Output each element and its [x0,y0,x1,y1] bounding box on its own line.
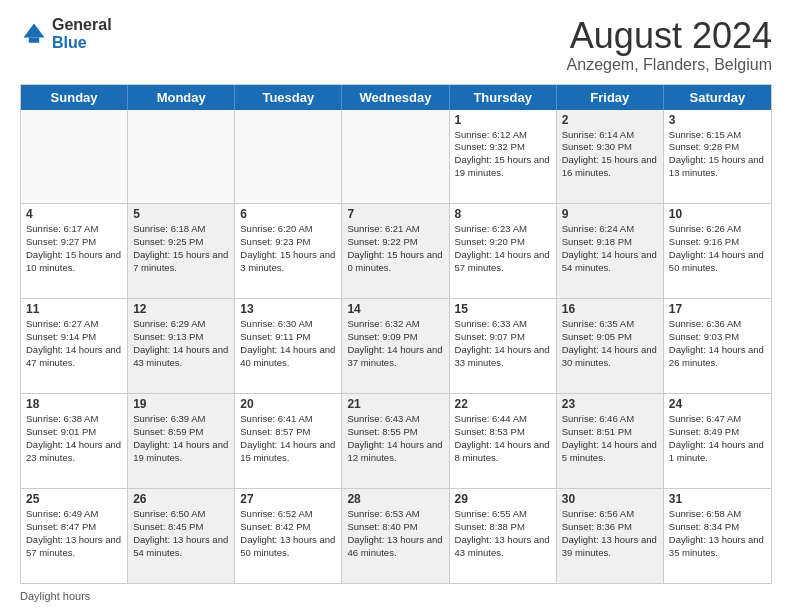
cell-text: Sunrise: 6:20 AMSunset: 9:23 PMDaylight:… [240,223,336,274]
calendar-cell: 7Sunrise: 6:21 AMSunset: 9:22 PMDaylight… [342,204,449,298]
calendar-row: 1Sunrise: 6:12 AMSunset: 9:32 PMDaylight… [21,110,771,205]
calendar-cell: 23Sunrise: 6:46 AMSunset: 8:51 PMDayligh… [557,394,664,488]
day-number: 11 [26,302,122,316]
day-number: 12 [133,302,229,316]
day-number: 24 [669,397,766,411]
calendar-row: 11Sunrise: 6:27 AMSunset: 9:14 PMDayligh… [21,299,771,394]
cell-text: Sunrise: 6:27 AMSunset: 9:14 PMDaylight:… [26,318,122,369]
day-number: 2 [562,113,658,127]
cell-text: Sunrise: 6:52 AMSunset: 8:42 PMDaylight:… [240,508,336,559]
cell-text: Sunrise: 6:29 AMSunset: 9:13 PMDaylight:… [133,318,229,369]
page-title: August 2024 [567,16,772,56]
day-number: 3 [669,113,766,127]
day-number: 22 [455,397,551,411]
calendar-cell: 4Sunrise: 6:17 AMSunset: 9:27 PMDaylight… [21,204,128,298]
day-number: 15 [455,302,551,316]
calendar-header-row: SundayMondayTuesdayWednesdayThursdayFrid… [21,85,771,110]
calendar-cell: 5Sunrise: 6:18 AMSunset: 9:25 PMDaylight… [128,204,235,298]
day-number: 10 [669,207,766,221]
day-number: 16 [562,302,658,316]
logo-text: General Blue [52,16,112,51]
cell-text: Sunrise: 6:47 AMSunset: 8:49 PMDaylight:… [669,413,766,464]
day-number: 19 [133,397,229,411]
calendar-cell: 29Sunrise: 6:55 AMSunset: 8:38 PMDayligh… [450,489,557,583]
day-number: 27 [240,492,336,506]
day-number: 8 [455,207,551,221]
calendar-header-cell: Thursday [450,85,557,110]
calendar-cell: 16Sunrise: 6:35 AMSunset: 9:05 PMDayligh… [557,299,664,393]
calendar: SundayMondayTuesdayWednesdayThursdayFrid… [20,84,772,584]
cell-text: Sunrise: 6:41 AMSunset: 8:57 PMDaylight:… [240,413,336,464]
day-number: 21 [347,397,443,411]
calendar-header-cell: Tuesday [235,85,342,110]
day-number: 4 [26,207,122,221]
calendar-row: 25Sunrise: 6:49 AMSunset: 8:47 PMDayligh… [21,489,771,583]
footer: Daylight hours [20,590,772,602]
calendar-cell: 8Sunrise: 6:23 AMSunset: 9:20 PMDaylight… [450,204,557,298]
day-number: 17 [669,302,766,316]
calendar-cell: 26Sunrise: 6:50 AMSunset: 8:45 PMDayligh… [128,489,235,583]
calendar-cell: 9Sunrise: 6:24 AMSunset: 9:18 PMDaylight… [557,204,664,298]
cell-text: Sunrise: 6:49 AMSunset: 8:47 PMDaylight:… [26,508,122,559]
footer-text: Daylight hours [20,590,90,602]
calendar-cell: 22Sunrise: 6:44 AMSunset: 8:53 PMDayligh… [450,394,557,488]
calendar-cell: 19Sunrise: 6:39 AMSunset: 8:59 PMDayligh… [128,394,235,488]
day-number: 18 [26,397,122,411]
cell-text: Sunrise: 6:39 AMSunset: 8:59 PMDaylight:… [133,413,229,464]
calendar-cell [128,110,235,204]
calendar-cell: 15Sunrise: 6:33 AMSunset: 9:07 PMDayligh… [450,299,557,393]
day-number: 9 [562,207,658,221]
logo-blue: Blue [52,34,87,51]
calendar-cell: 31Sunrise: 6:58 AMSunset: 8:34 PMDayligh… [664,489,771,583]
cell-text: Sunrise: 6:58 AMSunset: 8:34 PMDaylight:… [669,508,766,559]
calendar-cell: 21Sunrise: 6:43 AMSunset: 8:55 PMDayligh… [342,394,449,488]
day-number: 30 [562,492,658,506]
calendar-body: 1Sunrise: 6:12 AMSunset: 9:32 PMDaylight… [21,110,771,583]
calendar-cell: 11Sunrise: 6:27 AMSunset: 9:14 PMDayligh… [21,299,128,393]
day-number: 20 [240,397,336,411]
cell-text: Sunrise: 6:32 AMSunset: 9:09 PMDaylight:… [347,318,443,369]
logo-general: General [52,16,112,33]
cell-text: Sunrise: 6:50 AMSunset: 8:45 PMDaylight:… [133,508,229,559]
calendar-row: 4Sunrise: 6:17 AMSunset: 9:27 PMDaylight… [21,204,771,299]
svg-rect-1 [29,37,40,42]
svg-marker-0 [24,23,45,37]
cell-text: Sunrise: 6:56 AMSunset: 8:36 PMDaylight:… [562,508,658,559]
day-number: 6 [240,207,336,221]
cell-text: Sunrise: 6:44 AMSunset: 8:53 PMDaylight:… [455,413,551,464]
cell-text: Sunrise: 6:14 AMSunset: 9:30 PMDaylight:… [562,129,658,180]
calendar-row: 18Sunrise: 6:38 AMSunset: 9:01 PMDayligh… [21,394,771,489]
cell-text: Sunrise: 6:38 AMSunset: 9:01 PMDaylight:… [26,413,122,464]
calendar-cell: 20Sunrise: 6:41 AMSunset: 8:57 PMDayligh… [235,394,342,488]
day-number: 5 [133,207,229,221]
cell-text: Sunrise: 6:23 AMSunset: 9:20 PMDaylight:… [455,223,551,274]
cell-text: Sunrise: 6:18 AMSunset: 9:25 PMDaylight:… [133,223,229,274]
day-number: 23 [562,397,658,411]
cell-text: Sunrise: 6:24 AMSunset: 9:18 PMDaylight:… [562,223,658,274]
calendar-cell: 10Sunrise: 6:26 AMSunset: 9:16 PMDayligh… [664,204,771,298]
page: General Blue August 2024 Anzegem, Flande… [0,0,792,612]
day-number: 7 [347,207,443,221]
page-subtitle: Anzegem, Flanders, Belgium [567,56,772,74]
calendar-cell: 12Sunrise: 6:29 AMSunset: 9:13 PMDayligh… [128,299,235,393]
cell-text: Sunrise: 6:30 AMSunset: 9:11 PMDaylight:… [240,318,336,369]
day-number: 13 [240,302,336,316]
calendar-cell: 13Sunrise: 6:30 AMSunset: 9:11 PMDayligh… [235,299,342,393]
calendar-cell: 14Sunrise: 6:32 AMSunset: 9:09 PMDayligh… [342,299,449,393]
logo-icon [20,20,48,48]
cell-text: Sunrise: 6:43 AMSunset: 8:55 PMDaylight:… [347,413,443,464]
calendar-cell: 28Sunrise: 6:53 AMSunset: 8:40 PMDayligh… [342,489,449,583]
cell-text: Sunrise: 6:46 AMSunset: 8:51 PMDaylight:… [562,413,658,464]
calendar-cell: 2Sunrise: 6:14 AMSunset: 9:30 PMDaylight… [557,110,664,204]
calendar-cell: 25Sunrise: 6:49 AMSunset: 8:47 PMDayligh… [21,489,128,583]
logo: General Blue [20,16,112,51]
cell-text: Sunrise: 6:36 AMSunset: 9:03 PMDaylight:… [669,318,766,369]
cell-text: Sunrise: 6:17 AMSunset: 9:27 PMDaylight:… [26,223,122,274]
calendar-header-cell: Friday [557,85,664,110]
calendar-header-cell: Monday [128,85,235,110]
day-number: 29 [455,492,551,506]
day-number: 28 [347,492,443,506]
calendar-cell: 3Sunrise: 6:15 AMSunset: 9:28 PMDaylight… [664,110,771,204]
day-number: 1 [455,113,551,127]
calendar-cell: 27Sunrise: 6:52 AMSunset: 8:42 PMDayligh… [235,489,342,583]
